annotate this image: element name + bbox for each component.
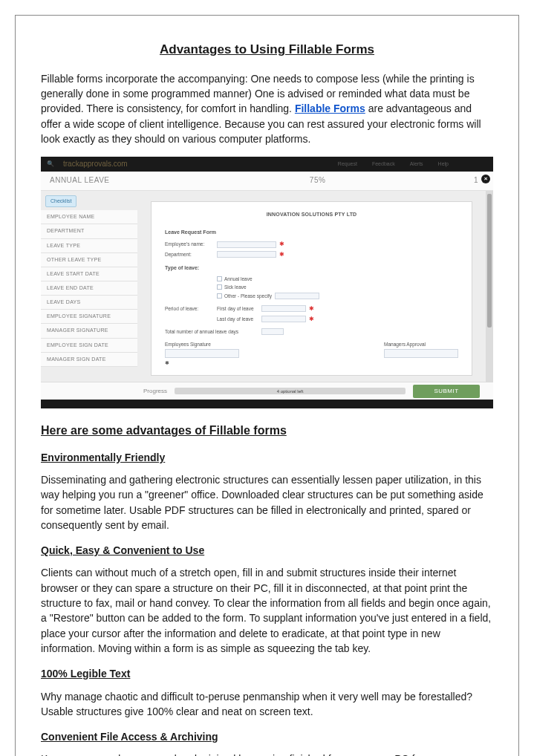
label-annual-leave: Annual leave <box>224 276 253 282</box>
app-topbar: 🔍 trackapprovals.com Request Feedback Al… <box>41 157 493 172</box>
label-type-of-leave: Type of leave: <box>165 260 458 275</box>
row-annual-leave: Annual leave <box>165 275 458 283</box>
input-employee-signature[interactable] <box>165 349 239 358</box>
section-body-quick: Clients can without much of a stretch op… <box>41 565 493 656</box>
progress-label: Progress <box>41 387 175 396</box>
sidebar-item-leave-days[interactable]: LEAVE DAYS <box>41 296 137 310</box>
label-last-day: Last day of leave <box>217 316 261 322</box>
label-total-days: Total number of annual leave days <box>165 328 261 335</box>
nav-feedback[interactable]: Feedback <box>372 160 395 168</box>
nav-alerts[interactable]: Alerts <box>410 160 423 168</box>
label-other-leave: Other - Please specify <box>224 293 272 299</box>
checkbox-sick-leave[interactable] <box>217 284 222 290</box>
sidebar-item-manager-signature[interactable]: MANAGER SIGNATURE <box>41 324 137 338</box>
manager-approval-block: Managers Approval <box>384 341 458 367</box>
sidebar-item-employee-sign-date[interactable]: EMPLOYEE SIGN DATE <box>41 339 137 353</box>
app-bottom-bar <box>41 400 493 408</box>
employee-signature-block: Employees Signature ✱ <box>165 341 239 367</box>
section-body-env: Disseminating and gathering electronic s… <box>41 472 493 532</box>
form-name: Leave Request Form <box>165 226 458 239</box>
label-sick-leave: Sick leave <box>224 284 247 290</box>
top-nav: Request Feedback Alerts Help <box>338 160 449 168</box>
checklist-tab[interactable]: Checklist <box>45 195 76 207</box>
sidebar-item-leave-start-date[interactable]: LEAVE START DATE <box>41 267 137 281</box>
nav-help[interactable]: Help <box>438 160 449 168</box>
label-first-day: First day of leave <box>217 305 261 312</box>
sidebar-item-employee-signature[interactable]: EMPLOYEE SIGNATURE <box>41 310 137 324</box>
app-body: × ANNUAL LEAVE 75% 1 Checklist EMPLOYEE … <box>41 172 493 400</box>
section-body-legible: Why manage chaotic and difficult to-peru… <box>41 689 493 720</box>
input-total-days[interactable] <box>261 328 284 335</box>
input-other-specify[interactable] <box>275 293 319 299</box>
label-period: Period of leave: <box>165 305 217 312</box>
app-logo: trackapprovals.com <box>63 159 128 170</box>
row-total-days: Total number of annual leave days <box>165 324 458 336</box>
row-last-day: Last day of leave ✱ <box>165 314 458 325</box>
label-manager-approval: Managers Approval <box>384 341 458 348</box>
label-department: Department: <box>165 251 217 258</box>
checkbox-other-leave[interactable] <box>217 293 222 299</box>
label-employee-signature: Employees Signature <box>165 341 239 348</box>
input-first-day[interactable] <box>261 305 306 312</box>
sidebar-item-leave-type[interactable]: LEAVE TYPE <box>41 239 137 253</box>
sidebar-item-department[interactable]: DEPARTMENT <box>41 224 137 238</box>
sidebar-item-other-leave-type[interactable]: OTHER LEAVE TYPE <box>41 253 137 267</box>
scrollbar-thumb[interactable] <box>487 194 492 328</box>
required-icon: ✱ <box>165 359 169 366</box>
page-title: Advantages to Using Fillable Forms <box>41 41 493 59</box>
required-icon: ✱ <box>309 304 314 313</box>
section-heading-legible: 100% Legible Text <box>41 666 493 681</box>
row-department: Department: ✱ <box>165 250 458 260</box>
page-border: Advantages to Using Fillable Forms Filla… <box>15 15 519 756</box>
company-name: INNOVATION SOLUTIONS PTY LTD <box>165 208 458 226</box>
section-heading-quick: Quick, Easy & Convenient to Use <box>41 543 493 558</box>
checkbox-annual-leave[interactable] <box>217 276 222 281</box>
required-icon: ✱ <box>279 240 284 249</box>
sidebar-item-manager-sign-date[interactable]: MANAGER SIGN DATE <box>41 353 137 367</box>
section-heading-archive: Convenient File Access & Archiving <box>41 729 493 744</box>
form-paper: INNOVATION SOLUTIONS PTY LTD Leave Reque… <box>151 201 472 376</box>
checklist-sidebar: Checklist EMPLOYEE NAME DEPARTMENT LEAVE… <box>41 191 137 382</box>
progress-bar: 4 optional left <box>175 388 406 394</box>
sidebar-item-employee-name[interactable]: EMPLOYEE NAME <box>41 210 137 224</box>
form-progress-percent: 75% <box>264 175 371 186</box>
form-page-number: 1 <box>371 175 493 186</box>
submit-button[interactable]: SUBMIT <box>413 385 480 398</box>
row-employee-name: Employee's name: ✱ <box>165 239 458 250</box>
search-icon: 🔍 <box>47 160 54 169</box>
label-employee-name: Employee's name: <box>165 241 217 247</box>
fillable-forms-link[interactable]: Fillable Forms <box>295 102 365 114</box>
input-manager-approval[interactable] <box>384 349 458 358</box>
input-employee-name[interactable] <box>217 241 276 248</box>
row-sick-leave: Sick leave <box>165 283 458 291</box>
input-department[interactable] <box>217 251 276 258</box>
form-header: ANNUAL LEAVE 75% 1 <box>41 172 493 191</box>
nav-request[interactable]: Request <box>338 160 357 168</box>
required-icon: ✱ <box>279 250 284 259</box>
signature-row: Employees Signature ✱ Managers Approval <box>165 336 458 367</box>
row-period: Period of leave: First day of leave ✱ <box>165 300 458 314</box>
form-canvas: INNOVATION SOLUTIONS PTY LTD Leave Reque… <box>137 191 486 382</box>
section-heading-env: Environmentally Friendly <box>41 450 493 465</box>
input-last-day[interactable] <box>261 316 306 322</box>
scrollbar[interactable] <box>486 191 493 382</box>
app-main: Checklist EMPLOYEE NAME DEPARTMENT LEAVE… <box>41 191 493 382</box>
sidebar-item-leave-end-date[interactable]: LEAVE END DATE <box>41 281 137 296</box>
required-icon: ✱ <box>309 315 314 324</box>
progress-optional-text: 4 optional left <box>175 388 406 395</box>
app-screenshot: 🔍 trackapprovals.com Request Feedback Al… <box>41 157 493 408</box>
section-body-archive: Keep your records composed and minimal b… <box>41 752 493 756</box>
intro-paragraph: Fillable forms incorporate the accompany… <box>41 71 493 146</box>
progress-bar-row: Progress 4 optional left SUBMIT <box>41 382 493 400</box>
row-other-leave: Other - Please specify <box>165 292 458 300</box>
form-title: ANNUAL LEAVE <box>41 175 264 186</box>
advantages-heading: Here are some advantages of Fillable for… <box>41 422 493 439</box>
document-page: Advantages to Using Fillable Forms Filla… <box>0 0 534 756</box>
